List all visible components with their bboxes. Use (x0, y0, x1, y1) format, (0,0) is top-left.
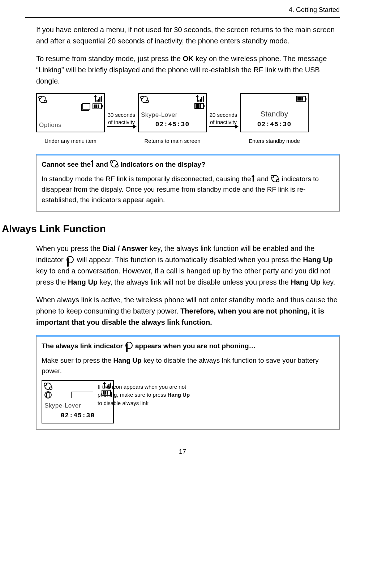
note-body: In standby mode the RF link is temporari… (42, 174, 334, 205)
signal-icon (96, 96, 102, 102)
clock-time: 02:45:30 (61, 411, 95, 421)
battery-icon (194, 103, 204, 109)
battery-icon (102, 390, 111, 396)
flow-caption-2: Returns to main screen (144, 137, 200, 145)
paragraph-2: To resume from standby mode, just press … (36, 53, 340, 87)
flow-caption-3: Enters standby mode (249, 137, 300, 145)
standby-label: Standby (261, 108, 288, 120)
signal-icon (198, 96, 204, 102)
flow-stage-1: Options Under any menu item (36, 93, 105, 145)
chapter-header: 4. Getting Started (25, 0, 340, 18)
flow-arrow-1: 30 seconds of inactivity (107, 112, 136, 127)
softkey-label: Options (39, 120, 102, 130)
clock-time: 02:45:30 (257, 120, 291, 130)
always-link-icon (66, 256, 74, 263)
skype-status-icon (141, 96, 148, 103)
note-title: The always link indicator appears when y… (42, 341, 334, 351)
section-heading-always-link: Always Link Function (2, 221, 340, 237)
note-title: Cannot see the and indicators on the dis… (42, 159, 334, 170)
note-box-always-link: The always link indicator appears when y… (36, 335, 340, 429)
callout-text: If this icon appears when you are not ph… (98, 383, 192, 408)
skype-status-icon (111, 160, 118, 167)
phone-screen-standby: Standby 02:45:30 (240, 93, 309, 132)
user-name: Skype-Lover (141, 110, 177, 120)
signal-icon (106, 383, 111, 388)
battery-icon (93, 103, 102, 109)
callout-pointer (71, 392, 93, 403)
chapter-title: 4. Getting Started (289, 6, 340, 13)
paragraph-4: When always link is active, the wireless… (36, 294, 340, 328)
note-inner-diagram: Skype-Lover 02:45:30 If this icon appear… (42, 380, 334, 423)
page-number: 17 (25, 447, 340, 457)
always-link-icon (125, 342, 133, 349)
standby-flow-diagram: Options Under any menu item 30 seconds o… (36, 93, 340, 145)
paragraph-3: When you press the Dial / Answer key, th… (36, 243, 340, 288)
clock-time: 02:45:30 (155, 120, 189, 130)
phone-screen-main: Skype-Lover 02:45:30 (138, 93, 207, 132)
flow-stage-2: Skype-Lover 02:45:30 Returns to main scr… (138, 93, 207, 145)
skype-status-icon (271, 175, 279, 182)
flow-stage-3: Standby 02:45:30 Enters standby mode (240, 93, 309, 145)
skype-status-icon (44, 383, 52, 390)
flow-arrow-2: 20 seconds of inactivity (209, 112, 238, 127)
battery-icon (296, 96, 306, 102)
note-box-indicators: Cannot see the and indicators on the dis… (36, 154, 340, 212)
paragraph-1: If you have entered a menu, if not used … (36, 24, 340, 47)
flow-caption-1: Under any menu item (44, 137, 96, 145)
sim-card-icon (82, 103, 90, 110)
note-body: Make suer to press the Hang Up key to di… (42, 355, 334, 376)
phone-screen-options: Options (36, 93, 105, 132)
skype-status-icon (39, 96, 46, 103)
always-link-icon (44, 391, 52, 399)
